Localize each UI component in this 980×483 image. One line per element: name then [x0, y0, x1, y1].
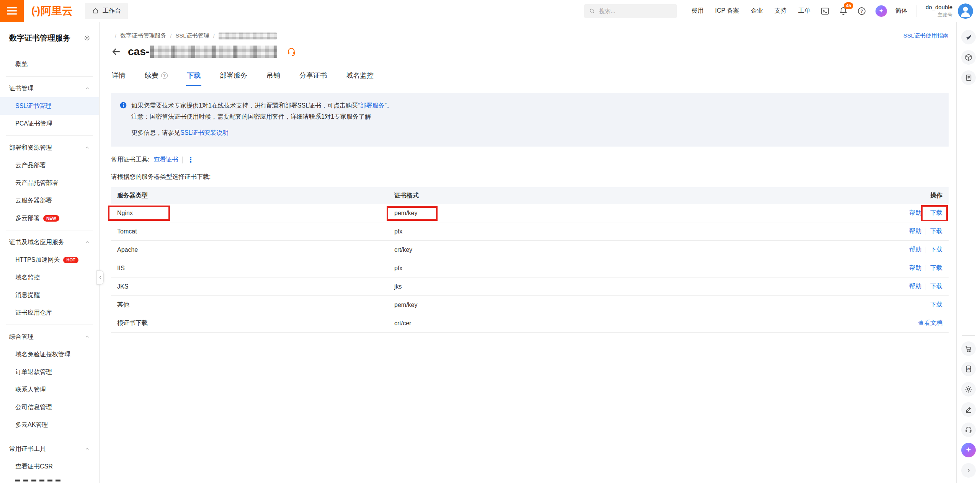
- ai-assistant-icon[interactable]: [961, 443, 976, 457]
- view-certificate-link[interactable]: 查看证书: [154, 156, 178, 164]
- download-link[interactable]: 下载: [930, 264, 942, 272]
- sidebar-item[interactable]: 概览: [0, 55, 99, 73]
- hamburger-menu-button[interactable]: [0, 0, 24, 22]
- chevron-up-icon: [85, 446, 90, 452]
- notification-badge: 45: [844, 2, 853, 9]
- sidebar-section-header[interactable]: 证书及域名应用服务: [0, 233, 99, 251]
- cert-format-cell: crt/key: [388, 246, 864, 253]
- aliyun-logo[interactable]: (-) 阿里云: [31, 4, 73, 18]
- help-link[interactable]: 帮助: [909, 282, 921, 290]
- help-link[interactable]: 帮助: [909, 227, 921, 235]
- status-badge: NEW: [43, 215, 59, 222]
- tab[interactable]: 详情: [111, 67, 126, 86]
- tab[interactable]: 下载: [186, 67, 201, 86]
- topbar-nav-item[interactable]: 企业: [751, 7, 763, 15]
- divider: [916, 5, 916, 17]
- table-row: 根证书下载 crt/cer 查看文档: [111, 314, 949, 333]
- account-menu[interactable]: do_double 主账号: [926, 4, 952, 18]
- mobile-app-icon[interactable]: APP: [961, 362, 976, 376]
- help-link[interactable]: 帮助: [909, 246, 921, 254]
- sidebar-item[interactable]: 多云部署 NEW: [0, 209, 99, 227]
- ai-star-icon[interactable]: [875, 5, 887, 17]
- sandbox-cube-icon[interactable]: [961, 50, 976, 65]
- chevron-up-icon: [85, 240, 90, 245]
- topbar-nav-item[interactable]: 工单: [798, 7, 810, 15]
- notifications-bell-icon[interactable]: 45: [839, 7, 848, 16]
- tab[interactable]: 域名监控: [345, 67, 374, 86]
- help-link[interactable]: 帮助: [909, 209, 921, 217]
- sidebar-item[interactable]: HTTPS加速网关 HOT: [0, 251, 99, 269]
- chevron-left-icon: [98, 275, 103, 280]
- sidebar-item[interactable]: 查看证书CSR: [0, 458, 99, 475]
- topbar-nav-item[interactable]: ICP 备案: [715, 7, 739, 15]
- cert-format-cell: pfx: [388, 265, 864, 272]
- sidebar-item[interactable]: 证书应用仓库: [0, 304, 99, 321]
- sidebar-item[interactable]: 域名监控: [0, 269, 99, 286]
- sidebar-item[interactable]: 云产品部署: [0, 157, 99, 174]
- topbar-nav-item[interactable]: 支持: [774, 7, 787, 15]
- table-row: 其他 pem/key 下载: [111, 296, 949, 314]
- avatar[interactable]: [958, 3, 973, 19]
- sidebar-section-header[interactable]: 证书管理: [0, 80, 99, 97]
- download-link[interactable]: 下载: [930, 301, 942, 309]
- gear-icon[interactable]: [961, 382, 976, 397]
- tab[interactable]: 吊销: [266, 67, 281, 86]
- global-search[interactable]: [584, 4, 677, 18]
- breadcrumb-item[interactable]: SSL证书管理: [166, 32, 209, 39]
- sidebar-collapse-handle[interactable]: [96, 270, 104, 285]
- tab-help-icon[interactable]: ?: [161, 72, 168, 79]
- actions-cell: 帮助 下载: [864, 246, 949, 254]
- breadcrumb-item[interactable]: [209, 33, 277, 39]
- sidebar-item[interactable]: SSL证书管理: [0, 97, 99, 115]
- tab[interactable]: 续费 ?: [144, 67, 168, 86]
- sidebar-gear-icon[interactable]: [83, 34, 91, 42]
- breadcrumb: 数字证书管理服务 SSL证书管理 SSL证书使用指南: [111, 32, 949, 39]
- sidebar-item[interactable]: 订单退款管理: [0, 363, 99, 381]
- cart-icon[interactable]: [961, 341, 976, 356]
- notebook-icon[interactable]: [961, 70, 976, 85]
- more-tools-icon[interactable]: ⋮: [187, 156, 194, 163]
- help-question-icon[interactable]: ?: [857, 7, 866, 16]
- search-input[interactable]: [598, 7, 663, 15]
- sidebar-item[interactable]: 域名免验证授权管理: [0, 346, 99, 363]
- actions-cell: 帮助 下载: [864, 282, 949, 290]
- sidebar-section-header[interactable]: 综合管理: [0, 328, 99, 346]
- download-link[interactable]: 下载: [930, 227, 942, 235]
- back-arrow-icon[interactable]: [111, 46, 122, 57]
- download-link[interactable]: 下载: [930, 246, 942, 254]
- table-body: Nginx pem/key 帮助 下载 Tomcat: [111, 204, 949, 333]
- workbench-button[interactable]: 工作台: [85, 3, 128, 19]
- sidebar-item[interactable]: 消息提醒: [0, 286, 99, 304]
- chevron-up-icon: [85, 86, 90, 91]
- divider: [926, 284, 926, 290]
- download-link[interactable]: 下载: [930, 282, 942, 290]
- sidebar-section-header[interactable]: 常用证书工具: [0, 440, 99, 458]
- sidebar-menu: 概览 证书管理 SSL证书管: [0, 55, 99, 475]
- terminal-icon[interactable]: [820, 7, 830, 16]
- sidebar-item[interactable]: 云产品托管部署: [0, 174, 99, 192]
- topbar-nav-item[interactable]: 费用: [691, 7, 704, 15]
- support-headset-icon[interactable]: [286, 47, 296, 57]
- sidebar-item[interactable]: 云服务器部署: [0, 192, 99, 209]
- tab[interactable]: 分享证书: [299, 67, 328, 86]
- ssl-guide-link[interactable]: SSL证书使用指南: [903, 32, 949, 39]
- tab[interactable]: 部署服务: [219, 67, 248, 86]
- divider: [182, 157, 183, 163]
- language-switch[interactable]: 简体: [895, 7, 908, 15]
- sidebar-item[interactable]: 多云AK管理: [0, 416, 99, 434]
- cert-format-cell: crt/cer: [388, 320, 864, 327]
- promo-bird-icon[interactable]: [961, 30, 976, 44]
- help-link[interactable]: 帮助: [909, 264, 921, 272]
- sidebar-section-header[interactable]: 部署和资源管理: [0, 139, 99, 157]
- sidebar-item[interactable]: 公司信息管理: [0, 398, 99, 416]
- sidebar-item[interactable]: PCA证书管理: [0, 115, 99, 132]
- sidebar-item[interactable]: 联系人管理: [0, 381, 99, 398]
- install-guide-link[interactable]: SSL证书安装说明: [180, 129, 229, 136]
- download-link[interactable]: 查看文档: [918, 319, 942, 327]
- support-headset-icon[interactable]: [961, 423, 976, 437]
- chevron-right-icon[interactable]: [961, 463, 976, 478]
- feedback-pencil-icon[interactable]: [961, 402, 976, 417]
- deploy-service-link[interactable]: 部署服务: [360, 102, 384, 109]
- breadcrumb-item[interactable]: 数字证书管理服务: [111, 32, 166, 39]
- download-link[interactable]: 下载: [930, 209, 942, 217]
